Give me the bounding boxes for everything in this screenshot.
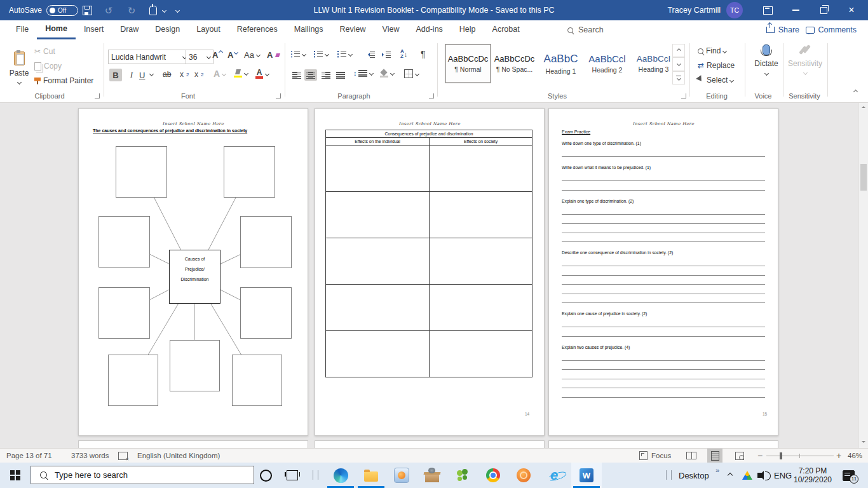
clipboard-dialog-launcher[interactable]	[95, 93, 100, 98]
styles-dialog-launcher[interactable]	[681, 93, 686, 98]
comments-button[interactable]: Comments	[806, 20, 857, 39]
start-button[interactable]	[0, 463, 31, 488]
undo-button[interactable]: ↺	[99, 0, 118, 20]
search-box[interactable]: Search	[567, 20, 604, 39]
taskbar-search[interactable]: Type here to search	[31, 466, 254, 484]
table-row[interactable]	[326, 238, 532, 285]
print-layout-button[interactable]	[707, 449, 722, 463]
underline-dropdown[interactable]	[150, 72, 153, 76]
format-painter-button[interactable]: Format Painter	[34, 76, 93, 85]
taskbar-word[interactable]: W	[571, 463, 602, 488]
clock[interactable]: 7:20 PM 10/29/2020	[790, 463, 835, 488]
table-row[interactable]	[326, 285, 532, 331]
align-right-button[interactable]	[320, 69, 332, 81]
font-name-combobox[interactable]: Lucida Handwrit	[108, 50, 189, 64]
replace-button[interactable]: ⇄Replace	[698, 61, 735, 70]
tab-add-ins[interactable]: Add-ins	[407, 20, 451, 39]
page-14[interactable]: Insert School Name Here Consequences of …	[315, 108, 545, 436]
table-cell[interactable]	[430, 192, 532, 238]
diagram-center-box[interactable]: Causes of Prejudice/ Discrimination	[169, 250, 220, 304]
language-indicator[interactable]: English (United Kingdom)	[137, 449, 220, 463]
sensitivity-button[interactable]: Sensitivity	[787, 44, 824, 74]
shrink-font-button[interactable]: A	[227, 50, 238, 60]
answer-line[interactable]	[562, 284, 765, 285]
table-cell[interactable]	[430, 146, 532, 191]
answer-line[interactable]	[562, 190, 765, 191]
sort-button[interactable]: AZ↓	[400, 49, 407, 59]
tab-layout[interactable]: Layout	[188, 20, 229, 39]
answer-line[interactable]	[562, 180, 765, 181]
zoom-slider-thumb[interactable]	[780, 452, 782, 459]
consequences-table[interactable]: Consequences of prejudice and discrimina…	[325, 130, 532, 377]
answer-line[interactable]	[562, 156, 765, 157]
style-heading-3[interactable]: AaBbCcIHeading 3	[630, 44, 677, 83]
answer-line[interactable]	[562, 241, 765, 242]
grow-font-button[interactable]: A	[212, 50, 222, 60]
bullets-button[interactable]	[291, 51, 306, 58]
decrease-indent-button[interactable]	[366, 51, 375, 58]
share-button[interactable]: Share	[766, 20, 799, 39]
taskbar-settings-app[interactable]	[508, 463, 539, 488]
answer-line[interactable]	[562, 388, 765, 388]
style--normal[interactable]: AaBbCcDc¶ Normal	[445, 44, 491, 83]
style--no-spac-[interactable]: AaBbCcDc¶ No Spac...	[491, 44, 538, 83]
tab-mailings[interactable]: Mailings	[286, 20, 332, 39]
read-mode-button[interactable]	[684, 449, 699, 463]
answer-line[interactable]	[562, 275, 765, 276]
clear-formatting-button[interactable]: A	[267, 50, 280, 60]
answer-line[interactable]	[562, 223, 765, 224]
answer-line[interactable]	[562, 266, 765, 266]
style-heading-2[interactable]: AaBbCclHeading 2	[584, 44, 630, 83]
font-color-button[interactable]: A	[255, 69, 269, 79]
page-15[interactable]: Insert School Name Here Exam Practice Wr…	[548, 108, 778, 436]
taskbar-messenger[interactable]	[447, 463, 478, 488]
subscript-button[interactable]: x2	[180, 70, 189, 79]
styles-scroll-up[interactable]	[672, 44, 685, 57]
zoom-level[interactable]: 46%	[848, 449, 862, 463]
table-cell[interactable]	[430, 238, 532, 284]
tab-help[interactable]: Help	[451, 20, 484, 39]
scrollbar-thumb[interactable]	[860, 164, 867, 191]
justify-button[interactable]	[334, 69, 347, 81]
select-button[interactable]: Select	[698, 76, 733, 85]
increase-indent-button[interactable]	[382, 51, 391, 58]
customize-qat-button[interactable]	[170, 0, 184, 20]
tab-references[interactable]: References	[229, 20, 286, 39]
avatar[interactable]: TC	[726, 2, 743, 18]
align-left-button[interactable]	[290, 69, 303, 81]
drive-tray-icon[interactable]	[742, 463, 752, 488]
diagram-box[interactable]	[240, 216, 292, 268]
answer-line[interactable]	[562, 336, 765, 337]
taskbar-chrome[interactable]	[478, 463, 508, 488]
table-cell[interactable]	[326, 192, 430, 238]
tab-view[interactable]: View	[374, 20, 408, 39]
table-row[interactable]	[326, 146, 532, 192]
diagram-box[interactable]	[108, 355, 158, 406]
scroll-down-arrow[interactable]	[862, 441, 865, 443]
diagram-box[interactable]	[98, 287, 150, 339]
diagram-box[interactable]	[116, 146, 167, 198]
style-heading-1[interactable]: AaBbCHeading 1	[538, 44, 584, 83]
proofing-status[interactable]	[118, 449, 128, 463]
answer-line[interactable]	[562, 294, 765, 294]
table-row[interactable]	[326, 192, 532, 238]
table-cell[interactable]	[326, 285, 430, 330]
table-cell[interactable]	[326, 238, 430, 284]
language-button[interactable]: ENG	[774, 463, 792, 488]
taskbar-file-explorer[interactable]	[356, 463, 386, 488]
ribbon-display-options-button[interactable]	[754, 0, 782, 20]
answer-line[interactable]	[562, 327, 765, 327]
taskbar-edge[interactable]	[325, 463, 356, 488]
show-formatting-button[interactable]: ¶	[421, 49, 426, 59]
toolbar-overflow-chevron[interactable]: »	[715, 458, 719, 483]
cortana-button[interactable]	[253, 463, 278, 488]
table-cell[interactable]	[326, 331, 430, 377]
tab-review[interactable]: Review	[332, 20, 374, 39]
superscript-button[interactable]: x2	[194, 70, 203, 79]
text-highlight-button[interactable]	[234, 69, 248, 78]
multilevel-list-button[interactable]	[337, 51, 352, 58]
task-view-button[interactable]	[280, 463, 305, 488]
tab-design[interactable]: Design	[147, 20, 188, 39]
shading-button[interactable]	[380, 69, 394, 78]
web-layout-button[interactable]	[732, 449, 747, 463]
